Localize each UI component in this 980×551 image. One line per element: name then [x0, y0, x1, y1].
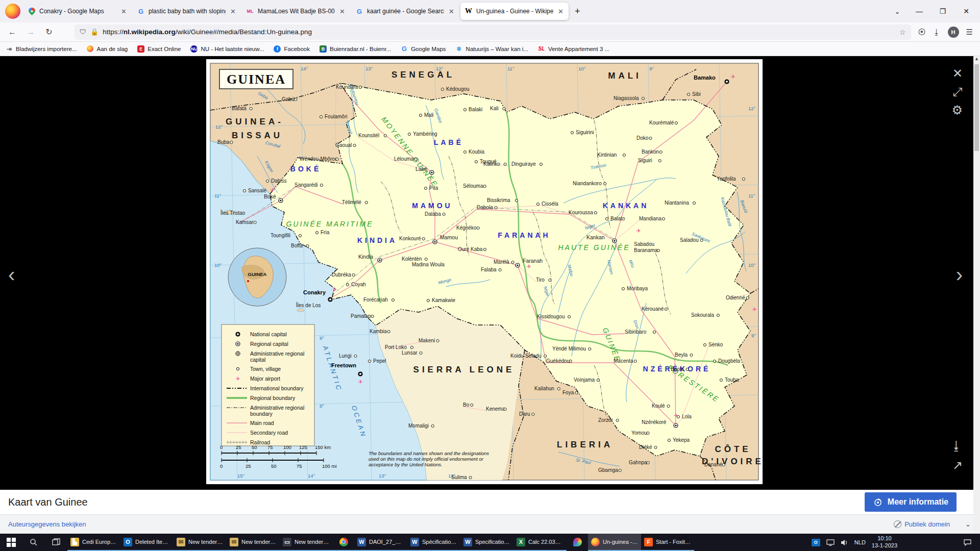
map-label: 15°: [237, 473, 245, 479]
taskbar-app-paint-10[interactable]: [567, 534, 588, 551]
list-tabs-chevron-icon[interactable]: ⌄: [887, 8, 908, 15]
taskbar-app-window-4[interactable]: ▭New tender in ...: [280, 534, 333, 551]
back-button[interactable]: ←: [4, 28, 20, 37]
map-label: Lungi: [339, 353, 351, 359]
tab-close-icon[interactable]: ✕: [120, 8, 128, 15]
license-info[interactable]: Publiek domein: [894, 520, 950, 528]
tab-4[interactable]: Gkaart guinée - Google Search✕: [351, 3, 459, 20]
tab-5[interactable]: WUn-guinea - Guinee - Wikipedia✕: [460, 3, 569, 20]
firefox-icon: [86, 45, 94, 53]
tab-close-icon[interactable]: ✕: [448, 8, 455, 15]
taskbar-app-word-8[interactable]: WSpecifications ...: [460, 534, 513, 551]
viewer-fullscreen-icon[interactable]: ⤢: [953, 86, 963, 98]
minimize-button[interactable]: —: [908, 7, 931, 15]
next-image-chevron[interactable]: ›: [956, 264, 963, 285]
bookmark-9[interactable]: SLVente Appartement 3 ...: [537, 45, 609, 53]
viewer-close-icon[interactable]: ✕: [952, 67, 963, 80]
navigation-toolbar: ← → ↻ 🛡 🔒 https://nl.wikipedia.org/wiki/…: [0, 22, 980, 42]
keyboard-language[interactable]: NLD: [854, 539, 866, 545]
map-label: BOKÉ: [290, 165, 321, 173]
taskbar-clock[interactable]: 10:10 13-1-2023: [872, 535, 897, 549]
taskbar-app-outlook-1[interactable]: ODeleted Items ...: [120, 534, 174, 551]
tab-1[interactable]: Conakry - Google Maps✕: [23, 3, 132, 20]
map-label: Siguiri: [638, 158, 652, 163]
map-label: Momaligi: [408, 423, 429, 429]
bookmark-label: Vente Appartement 3 ...: [548, 46, 609, 52]
bookmark-7[interactable]: GGoogle Maps: [400, 45, 446, 53]
taskbar-app-folder-0[interactable]: ▙Cedi Europe O...: [67, 534, 120, 551]
map-label: Gahnpa: [629, 460, 647, 465]
pocket-icon[interactable]: ⦿: [918, 28, 926, 36]
previous-image-chevron[interactable]: ‹: [8, 264, 15, 285]
restore-button[interactable]: ❐: [931, 7, 954, 15]
firefox-logo-icon[interactable]: [5, 4, 20, 19]
bookmark-star-icon[interactable]: ☆: [899, 28, 906, 36]
lock-icon[interactable]: 🔒: [90, 28, 99, 36]
map-label: 13°: [379, 473, 386, 479]
map-label: Freetown: [331, 362, 356, 368]
profile-avatar[interactable]: H: [948, 27, 959, 38]
map-image[interactable]: SENEGALMALIGUINEA-BISSAUSIERRA LEONELIBE…: [206, 59, 763, 484]
new-tab-button[interactable]: +: [570, 6, 585, 17]
tab-2[interactable]: Gplastic baby bath with sloping b✕: [133, 3, 241, 20]
taskbar-app-mail-3[interactable]: ✉New tender in...: [227, 534, 280, 551]
task-view-button[interactable]: [45, 534, 67, 551]
viewer-download-icon[interactable]: ⭳: [950, 440, 963, 452]
tab-3[interactable]: MLMamaLoes Wit Badje BS-008W✕: [242, 3, 350, 20]
bookmark-6[interactable]: BBuienradar.nl - Buienr...: [319, 45, 391, 53]
bookmark-4[interactable]: NUNU - Het laatste nieuw...: [190, 45, 264, 53]
page-scrollbar[interactable]: ▲: [973, 56, 980, 534]
map-label: 11°: [748, 193, 755, 198]
taskbar-app-word-6[interactable]: WDAOI_27_DEC_...: [354, 534, 407, 551]
tab-close-icon[interactable]: ✕: [338, 8, 346, 15]
media-viewer: SENEGALMALIGUINEA-BISSAUSIERRA LEONELIBE…: [0, 56, 980, 490]
scrollbar-up-arrow[interactable]: ▲: [973, 56, 980, 63]
forward-button[interactable]: →: [22, 28, 39, 37]
action-center-icon[interactable]: [960, 539, 975, 546]
bookmark-1[interactable]: ⇥Bladwijzers importere...: [5, 45, 77, 53]
taskbar-app-foxit-12[interactable]: FStart - Foxit P...: [641, 534, 694, 551]
map-label: 50: [271, 463, 277, 469]
map-label: Kintinian: [597, 152, 617, 158]
taskbar-app-word-7[interactable]: WSpécifications ...: [407, 534, 460, 551]
taskbar-app-excel-9[interactable]: XCalc 22.033.N...: [513, 534, 567, 551]
taskbar-app-mail-2[interactable]: ✉New tender in ...: [174, 534, 227, 551]
viewer-settings-gear-icon[interactable]: ⚙: [951, 104, 963, 116]
google-g-icon: G: [400, 45, 408, 53]
close-window-button[interactable]: ✕: [954, 7, 978, 15]
taskbar-app-chrome-5[interactable]: [333, 534, 354, 551]
map-label: Regional boundary: [250, 395, 296, 401]
taskbar-app-label: Un-guinea - G...: [603, 539, 638, 545]
bookmark-3[interactable]: EExact Online: [137, 45, 181, 53]
more-info-button[interactable]: Meer informatie: [865, 492, 957, 512]
buienradar-icon: B: [319, 45, 327, 53]
reload-button[interactable]: ↻: [41, 27, 57, 37]
map-title: GUINEA: [227, 72, 286, 87]
taskbar-app-firefox-11[interactable]: Un-guinea - G...: [588, 534, 641, 551]
map-label: Toungifili: [271, 233, 290, 238]
bookmark-8[interactable]: ❄Natuurijs – Waar kan i...: [455, 45, 528, 53]
network-display-icon[interactable]: [826, 539, 835, 546]
map-label: 0: [220, 444, 223, 450]
tab-close-icon[interactable]: ✕: [557, 8, 565, 15]
map-label: GUINEA: [248, 271, 267, 277]
viewer-share-icon[interactable]: ↗: [952, 459, 963, 471]
taskbar-search-button[interactable]: [22, 534, 45, 551]
map-label: Bafatá: [232, 106, 247, 111]
author-info-link[interactable]: Auteursgegevens bekijken: [8, 520, 86, 528]
bookmark-label: NU - Het laatste nieuw...: [201, 46, 264, 52]
scrollbar-thumb[interactable]: [974, 64, 979, 151]
speaker-icon[interactable]: [841, 539, 848, 546]
downloads-icon[interactable]: ⭳: [933, 28, 941, 36]
bookmark-2[interactable]: Aan de slag: [86, 45, 128, 53]
bookmark-5[interactable]: fFacebook: [273, 45, 310, 53]
shield-icon[interactable]: 🛡: [80, 28, 86, 36]
url-bar[interactable]: 🛡 🔒 https://nl.wikipedia.org/wiki/Guinee…: [75, 24, 911, 40]
tab-close-icon[interactable]: ✕: [229, 8, 237, 15]
map-label: Îles de Los: [296, 302, 321, 308]
menu-hamburger-icon[interactable]: ☰: [966, 28, 973, 37]
outlook-tray-icon[interactable]: O: [812, 539, 820, 546]
expand-credits-chevron[interactable]: ⌄: [965, 520, 971, 528]
map-label: ✈: [235, 375, 240, 382]
start-button[interactable]: [0, 534, 22, 551]
